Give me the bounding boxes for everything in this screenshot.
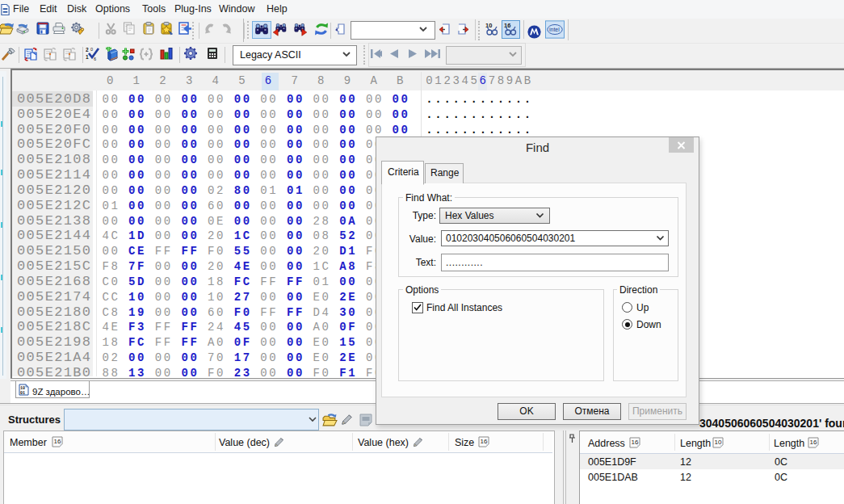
svg-text:0: 0: [90, 47, 93, 52]
svg-text:10: 10: [485, 22, 492, 29]
svg-text:16: 16: [504, 22, 510, 29]
svg-text:16: 16: [54, 438, 61, 445]
svg-text:16: 16: [810, 439, 817, 446]
svg-text:intel: intel: [549, 27, 560, 32]
svg-text:1: 1: [86, 54, 89, 60]
svg-text:01: 01: [20, 391, 25, 396]
svg-text:16: 16: [481, 438, 488, 445]
svg-text:2: 2: [86, 47, 89, 52]
svg-text:6: 6: [94, 57, 96, 61]
svg-text:10: 10: [715, 439, 722, 446]
svg-text:16: 16: [632, 439, 639, 446]
